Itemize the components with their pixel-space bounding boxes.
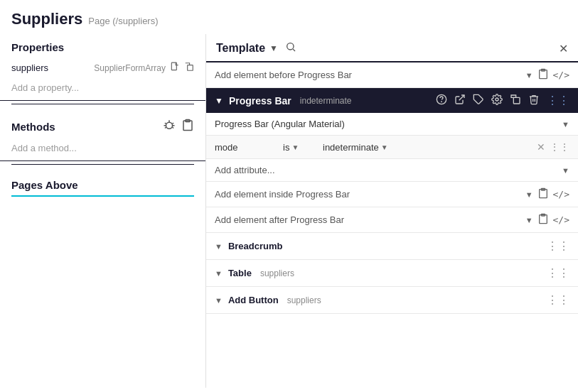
- pb-drag-handle[interactable]: ⋮⋮: [547, 94, 569, 107]
- property-row: suppliers SupplierFormArray: [0, 58, 205, 78]
- add-before-actions: ▼ </>: [525, 68, 569, 82]
- svg-point-5: [287, 43, 294, 50]
- right-content: Add element before Progress Bar ▼ </> ▼ …: [206, 62, 578, 388]
- pb-copy-icon[interactable]: [510, 94, 521, 107]
- add-inside-text[interactable]: Add element inside Progress Bar: [215, 189, 521, 200]
- methods-icons: [163, 119, 194, 134]
- add-button-item: ▼ Add Button suppliers ⋮⋮: [206, 287, 578, 314]
- attr-name[interactable]: mode: [215, 142, 279, 153]
- add-inside-dropdown[interactable]: ▼: [525, 190, 533, 199]
- bug-icon[interactable]: [163, 119, 176, 134]
- app-header: Suppliers Page (/suppliers): [0, 0, 578, 34]
- methods-section: Methods Add a method...: [0, 107, 205, 165]
- main-layout: Properties suppliers SupplierFormArray A…: [0, 34, 578, 388]
- svg-point-10: [441, 102, 442, 102]
- pages-cyan-divider: [11, 195, 194, 197]
- add-inside-row: Add element inside Progress Bar ▼ </>: [206, 182, 578, 207]
- add-button-chevron[interactable]: ▼: [215, 296, 223, 305]
- left-panel: Properties suppliers SupplierFormArray A…: [0, 34, 206, 388]
- properties-section-header: Properties: [0, 34, 205, 58]
- add-inside-actions: ▼ </>: [525, 187, 569, 201]
- properties-divider: [11, 104, 194, 104]
- pb-title: Progress Bar: [229, 95, 291, 107]
- add-before-row: Add element before Progress Bar ▼ </>: [206, 62, 578, 88]
- add-property-placeholder[interactable]: Add a property...: [0, 78, 205, 101]
- attr-value-select[interactable]: indeterminate ▼: [323, 142, 532, 153]
- add-after-dropdown[interactable]: ▼: [525, 216, 533, 224]
- add-after-clipboard-icon[interactable]: [537, 213, 549, 227]
- add-attr-row: Add attribute... ▼: [206, 159, 578, 182]
- breadcrumb-drag-handle[interactable]: ⋮⋮: [547, 239, 569, 253]
- svg-point-2: [166, 122, 173, 129]
- copy-icon[interactable]: [184, 62, 194, 74]
- close-button[interactable]: ✕: [559, 42, 568, 55]
- template-title: Template: [216, 42, 265, 55]
- attr-op-select[interactable]: is ▼: [283, 142, 319, 153]
- attr-remove-icon[interactable]: ✕: [537, 141, 545, 153]
- file-icon[interactable]: [170, 62, 180, 74]
- add-after-row: Add element after Progress Bar ▼ </>: [206, 207, 578, 233]
- table-chevron[interactable]: ▼: [215, 269, 223, 278]
- right-panel: Template ▼ ✕ Add element before Progress…: [206, 34, 578, 388]
- add-button-sub: suppliers: [287, 295, 321, 305]
- methods-divider: [11, 164, 194, 165]
- attr-value-arrow[interactable]: ▼: [381, 143, 388, 151]
- add-before-dropdown[interactable]: ▼: [525, 71, 533, 80]
- table-drag-handle[interactable]: ⋮⋮: [547, 266, 569, 280]
- page-subtitle: Page (/suppliers): [88, 16, 158, 26]
- table-name: Table: [228, 268, 252, 278]
- breadcrumb-name: Breadcrumb: [228, 241, 283, 251]
- svg-point-13: [496, 98, 498, 101]
- attr-row: mode is ▼ indeterminate ▼ ✕ ⋮⋮: [206, 136, 578, 159]
- add-button-name: Add Button: [228, 295, 279, 305]
- methods-title: Methods: [11, 121, 55, 133]
- add-attr-dropdown[interactable]: ▼: [562, 166, 569, 175]
- pages-section-header: Pages Above: [0, 172, 205, 195]
- add-before-clipboard-icon[interactable]: [537, 68, 549, 82]
- table-sub: suppliers: [260, 268, 294, 278]
- pages-section: Pages Above: [0, 168, 205, 197]
- component-select-text: Progress Bar (Angular Material): [215, 119, 562, 129]
- svg-rect-1: [188, 65, 193, 71]
- table-item: ▼ Table suppliers ⋮⋮: [206, 260, 578, 287]
- methods-section-header: Methods: [0, 111, 205, 138]
- pb-help-icon[interactable]: [436, 94, 447, 107]
- add-after-code-icon[interactable]: </>: [553, 214, 569, 225]
- svg-line-6: [293, 49, 295, 51]
- component-select-row: Progress Bar (Angular Material) ▼: [206, 113, 578, 136]
- add-after-actions: ▼ </>: [525, 213, 569, 227]
- progress-bar-row: ▼ Progress Bar indeterminate: [206, 88, 578, 113]
- pb-external-icon[interactable]: [454, 94, 466, 107]
- pb-expand-icon[interactable]: ▼: [215, 96, 223, 106]
- add-before-code-icon[interactable]: </>: [553, 70, 569, 80]
- properties-title: Properties: [11, 41, 64, 53]
- pages-above-title: Pages Above: [11, 179, 78, 191]
- attr-op-text: is: [283, 142, 289, 153]
- attr-drag-handle[interactable]: ⋮⋮: [550, 141, 569, 153]
- property-type: SupplierFormArray: [94, 63, 166, 73]
- add-button-drag-handle[interactable]: ⋮⋮: [547, 293, 569, 307]
- search-icon[interactable]: [285, 41, 296, 55]
- add-inside-clipboard-icon[interactable]: [537, 187, 549, 201]
- add-after-text[interactable]: Add element after Progress Bar: [215, 214, 521, 225]
- breadcrumb-chevron[interactable]: ▼: [215, 242, 223, 251]
- pb-tag-icon[interactable]: [473, 94, 484, 107]
- add-attr-text[interactable]: Add attribute...: [215, 165, 562, 175]
- right-header: Template ▼ ✕: [206, 34, 578, 62]
- clipboard-icon[interactable]: [181, 119, 194, 134]
- template-dropdown-icon[interactable]: ▼: [269, 43, 278, 53]
- add-method-placeholder[interactable]: Add a method...: [0, 138, 205, 161]
- pb-delete-icon[interactable]: [528, 94, 540, 107]
- pb-actions: ⋮⋮: [436, 94, 569, 107]
- page-title: Suppliers: [11, 10, 82, 28]
- add-inside-code-icon[interactable]: </>: [553, 189, 569, 200]
- attr-value-text: indeterminate: [323, 142, 379, 153]
- add-before-text[interactable]: Add element before Progress Bar: [215, 70, 521, 80]
- pb-settings-icon[interactable]: [491, 94, 503, 107]
- component-dropdown-arrow[interactable]: ▼: [562, 120, 569, 129]
- breadcrumb-item: ▼ Breadcrumb ⋮⋮: [206, 233, 578, 260]
- property-name: suppliers: [11, 62, 48, 73]
- attr-op-arrow[interactable]: ▼: [291, 143, 299, 151]
- svg-line-11: [459, 95, 464, 100]
- pb-badge: indeterminate: [300, 96, 352, 106]
